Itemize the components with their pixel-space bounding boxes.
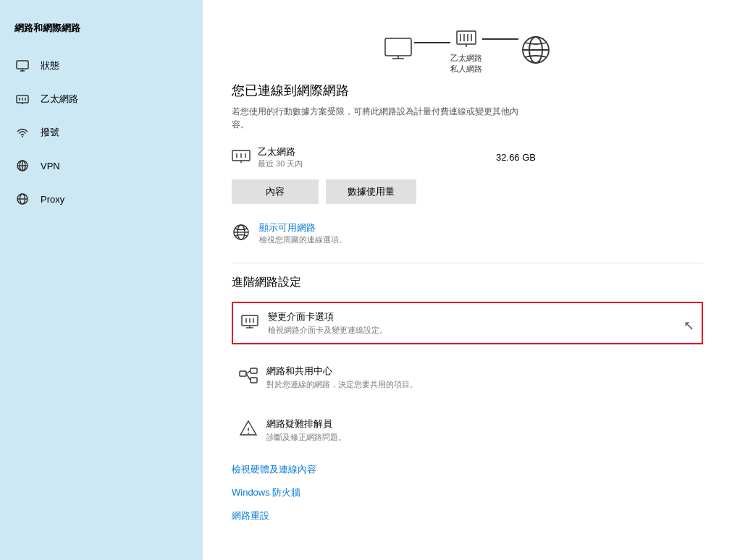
change-adapter-title: 變更介面卡選項 <box>268 310 387 323</box>
ethernet-info: 乙太網路 最近 30 天內 <box>258 145 303 169</box>
available-networks-title[interactable]: 顯示可用網路 <box>259 221 347 234</box>
svg-rect-43 <box>251 368 257 373</box>
sidebar-item-proxy-label: Proxy <box>41 194 64 205</box>
change-adapter-text: 變更介面卡選項 檢視網路介面卡及變更連線設定。 <box>268 310 387 336</box>
ethernet-icon <box>14 91 30 107</box>
change-adapter-item[interactable]: 變更介面卡選項 檢視網路介面卡及變更連線設定。 ↖ <box>232 302 703 344</box>
available-networks[interactable]: 顯示可用網路 檢視您周圍的連線選項。 <box>232 221 703 245</box>
ethernet-name: 乙太網路 <box>258 145 303 158</box>
ethernet-icon-small <box>232 148 251 167</box>
sharing-center-title: 網路和共用中心 <box>266 365 418 378</box>
connected-desc: 若您使用的行動數據方案受限，可將此網路設為計量付費連線或變更其他內容。 <box>232 105 521 131</box>
main-content: 乙太網路 私人網路 您已連線到網際網路 若您使用的行動數據方案受限，可將此網路設… <box>203 0 732 560</box>
diagram-line-1 <box>414 42 450 43</box>
hardware-link[interactable]: 檢視硬體及連線內容 <box>232 463 703 476</box>
ethernet-size: 32.66 GB <box>496 152 536 163</box>
svg-point-8 <box>22 136 23 137</box>
sidebar-title: 網路和網際網路 <box>0 14 203 49</box>
button-row: 內容 數據使用量 <box>232 179 703 204</box>
svg-rect-44 <box>251 378 257 383</box>
sharing-center-desc: 對於您連線的網路，決定您要共用的項目。 <box>266 379 418 390</box>
divider <box>232 263 703 263</box>
cursor-indicator: ↖ <box>683 318 694 334</box>
svg-line-46 <box>246 374 251 381</box>
wifi-icon <box>14 124 30 140</box>
diagram-line-2 <box>482 38 518 40</box>
sidebar-item-dialup-label: 撥號 <box>41 126 59 139</box>
ethernet-time: 最近 30 天內 <box>258 158 303 169</box>
change-adapter-desc: 檢視網路介面卡及變更連線設定。 <box>268 325 387 336</box>
available-networks-icon <box>232 223 251 245</box>
globe-icon <box>14 191 30 207</box>
sidebar: 網路和網際網路 狀態 乙太網路 <box>0 0 203 560</box>
sharing-icon <box>239 366 258 385</box>
svg-line-45 <box>246 371 251 374</box>
svg-point-48 <box>248 433 249 434</box>
monitor-icon <box>14 58 30 74</box>
ethernet-left: 乙太網路 最近 30 天內 <box>232 145 303 169</box>
sidebar-item-vpn[interactable]: VPN <box>0 149 203 182</box>
advanced-section-title: 進階網路設定 <box>232 275 703 290</box>
troubleshoot-text: 網路疑難排解員 診斷及修正網路問題。 <box>266 417 346 443</box>
troubleshoot-desc: 診斷及修正網路問題。 <box>266 432 346 443</box>
diagram-globe <box>518 33 553 67</box>
troubleshoot-title: 網路疑難排解員 <box>266 417 346 430</box>
warning-icon <box>239 419 258 438</box>
network-diagram: 乙太網路 私人網路 <box>232 25 703 75</box>
sharing-center-text: 網路和共用中心 對於您連線的網路，決定您要共用的項目。 <box>266 365 418 390</box>
available-networks-desc: 檢視您周圍的連線選項。 <box>259 234 347 245</box>
diagram-label: 乙太網路 私人網路 <box>450 53 482 75</box>
svg-rect-19 <box>457 31 476 44</box>
svg-rect-16 <box>385 38 411 56</box>
sharing-center-item[interactable]: 網路和共用中心 對於您連線的網路，決定您要共用的項目。 <box>232 357 703 397</box>
troubleshoot-item[interactable]: 網路疑難排解員 診斷及修正網路問題。 <box>232 410 703 450</box>
sidebar-item-ethernet-label: 乙太網路 <box>41 93 78 106</box>
ethernet-row: 乙太網路 最近 30 天內 32.66 GB <box>232 145 536 169</box>
adapter-icon <box>240 312 259 331</box>
svg-rect-42 <box>240 371 246 376</box>
diagram-computer <box>382 37 414 63</box>
vpn-icon <box>14 158 30 174</box>
sidebar-item-status[interactable]: 狀態 <box>0 49 203 82</box>
connected-title: 您已連線到網際網路 <box>232 82 703 99</box>
firewall-link[interactable]: Windows 防火牆 <box>232 486 703 499</box>
sidebar-item-status-label: 狀態 <box>41 59 59 72</box>
sidebar-item-vpn-label: VPN <box>41 161 60 171</box>
available-networks-text: 顯示可用網路 檢視您周圍的連線選項。 <box>259 221 347 245</box>
sidebar-item-ethernet[interactable]: 乙太網路 <box>0 82 203 116</box>
properties-button[interactable]: 內容 <box>232 179 319 204</box>
data-usage-button[interactable]: 數據使用量 <box>326 179 416 204</box>
sidebar-item-dialup[interactable]: 撥號 <box>0 116 203 149</box>
svg-rect-0 <box>17 61 28 69</box>
reset-link[interactable]: 網路重設 <box>232 509 703 522</box>
diagram-switch: 乙太網路 私人網路 <box>450 25 482 75</box>
sidebar-item-proxy[interactable]: Proxy <box>0 182 203 216</box>
